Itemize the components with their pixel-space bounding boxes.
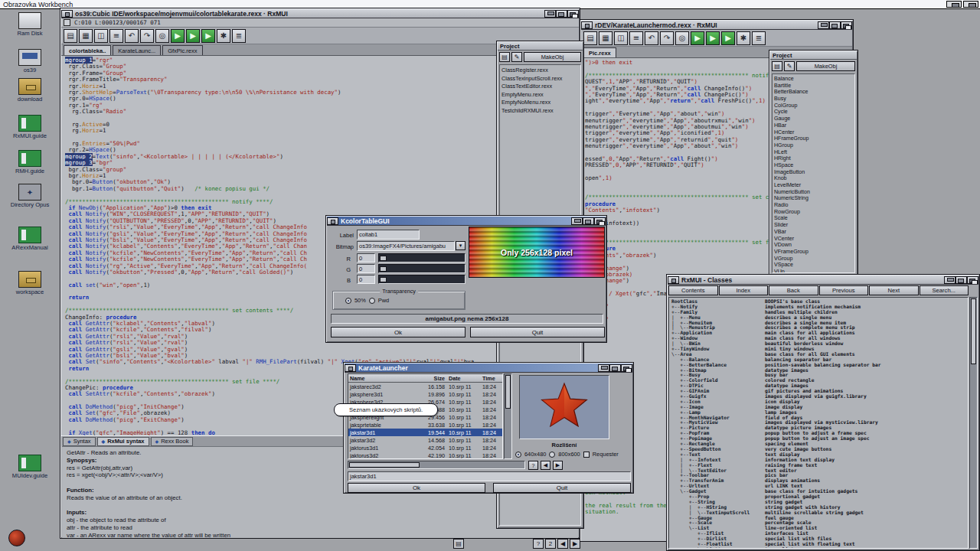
scroll-left-button[interactable]: ◀ <box>541 461 550 470</box>
project-class-item[interactable]: Bartitle <box>774 83 853 90</box>
ok-button[interactable]: Ok <box>331 327 466 337</box>
desktop-icon-workspace[interactable]: workspace <box>0 271 60 295</box>
list-icon[interactable]: ≣ <box>752 31 766 45</box>
blue-slider[interactable] <box>378 275 466 284</box>
project-class-item[interactable]: LevelMeter <box>774 182 853 189</box>
project-class-item[interactable]: Radio <box>774 202 853 209</box>
run-project-icon[interactable]: ▶ <box>706 31 720 45</box>
help-tab[interactable]: ◆Rexx Book <box>151 437 194 446</box>
radio-50[interactable] <box>345 298 351 304</box>
radio-pwd[interactable] <box>369 298 375 304</box>
nav-button-index[interactable]: Index <box>719 285 769 295</box>
desktop-icon-ram-disk[interactable]: Ram Disk <box>0 12 60 37</box>
file-tab[interactable]: KarateLaunc... <box>113 45 161 55</box>
project-class-item[interactable]: BetterBalance <box>774 89 853 96</box>
depth-gadget[interactable] <box>621 364 632 372</box>
close-gadget[interactable] <box>345 364 356 372</box>
class-tree-item[interactable]: | \--BWinbeautiful borderless window <box>671 341 968 347</box>
save-file-icon[interactable]: ◫ <box>614 31 628 45</box>
project-class-item[interactable]: HRight <box>774 155 853 162</box>
window-titlebar[interactable]: KarateLauncher <box>345 364 632 373</box>
slider-knob[interactable] <box>380 256 387 261</box>
print-icon[interactable]: ≡ <box>629 31 643 45</box>
class-tree-item[interactable]: +--Scalepercentage scale <box>671 520 968 526</box>
nav-button-contents[interactable]: Contents <box>668 285 718 295</box>
column-header-date[interactable]: Date <box>445 375 480 382</box>
script-file-list[interactable]: NameSizeDateTimejakstarec3d216.15810.srp… <box>348 373 503 459</box>
project-class-item[interactable]: VUp <box>774 269 853 273</box>
file-tab[interactable]: colortableka.. <box>64 45 111 55</box>
class-tree-item[interactable]: +--Propproportional gadget <box>671 494 968 500</box>
close-gadget[interactable] <box>668 276 679 284</box>
project-file-item[interactable]: ClassRegister.rexx <box>501 67 579 75</box>
run-icon[interactable]: ▶ <box>171 29 185 43</box>
project-class-item[interactable]: VDown <box>774 242 853 249</box>
next-page-icon[interactable]: ▶ <box>570 539 580 549</box>
class-tree-item[interactable]: | \--TextinputScrollmultiline scrollable… <box>671 510 968 516</box>
resolution-radio-640x480[interactable] <box>515 452 521 458</box>
desktop-icon-muidev-guide[interactable]: MUIdev.guide <box>0 455 60 479</box>
project-class-item[interactable]: Cycle <box>774 109 853 116</box>
run-tool-icon[interactable]: ▶ <box>721 31 735 45</box>
project-file-item[interactable]: EmptyMenu.rexx <box>501 91 579 99</box>
page-indicator[interactable]: 2 <box>545 539 556 549</box>
class-name[interactable]: TextinputScroll <box>707 510 750 515</box>
zoom-gadget[interactable] <box>583 217 594 225</box>
help-icon[interactable]: ? <box>533 539 544 549</box>
fold-gadget[interactable] <box>64 19 70 26</box>
project-class-item[interactable]: Scale <box>774 215 853 222</box>
slider-knob[interactable] <box>380 266 387 272</box>
bitmap-input[interactable]: os39:ImageFX4/Pictures/amigabu <box>357 241 455 251</box>
save-file-icon[interactable]: ◫ <box>94 29 108 43</box>
list-vertical-scrollbar[interactable] <box>504 373 512 459</box>
red-slider[interactable] <box>378 253 466 262</box>
class-tree-item[interactable]: +--Colorfieldcolored rectangle <box>671 378 968 383</box>
depth-gadget[interactable] <box>567 10 579 18</box>
nav-button-search[interactable]: Search... <box>920 285 969 295</box>
project-class-list[interactable]: BalanceBartitleBetterBalanceBusyColGroup… <box>772 73 855 273</box>
column-header-name[interactable]: Name <box>348 375 414 382</box>
class-tree-item[interactable]: +--SpeedButtonvery cute image buttons <box>671 447 968 452</box>
help-button[interactable]: ? <box>528 461 538 470</box>
requester-checkbox[interactable] <box>583 452 590 458</box>
nav-button-next[interactable]: Next <box>869 285 919 295</box>
project-class-item[interactable]: HFrameGroup <box>774 135 853 142</box>
iconify-gadget[interactable] <box>598 364 609 372</box>
iconify-gadget[interactable] <box>944 276 956 284</box>
project-class-item[interactable]: Slider <box>774 222 853 229</box>
blue-input[interactable]: 0 <box>357 275 375 284</box>
project-class-item[interactable]: HGroup <box>774 142 853 149</box>
green-slider[interactable] <box>378 264 466 273</box>
project-class-item[interactable]: HSpace <box>774 162 853 169</box>
nav-button-back[interactable]: Back <box>769 285 818 295</box>
zoom-gadget[interactable] <box>956 276 967 284</box>
selected-script-input[interactable]: jakstar3d1 <box>348 471 631 481</box>
list-horizontal-scrollbar[interactable] <box>348 461 525 469</box>
project-class-item[interactable]: HBar <box>774 122 853 129</box>
panel-title[interactable]: Project <box>498 42 583 51</box>
desktop-icon-rxmui-guide[interactable]: RxMUI.guide <box>0 115 60 139</box>
project-file-item[interactable]: ClassTexinputScroll.rexx <box>501 75 579 83</box>
class-tree-item[interactable]: | +--Infotextinformation text display <box>671 458 968 463</box>
run-tool-icon[interactable]: ▶ <box>201 29 215 43</box>
print-icon[interactable]: ≡ <box>109 29 123 43</box>
window-titlebar[interactable]: rDEV/KarateLaunchermod.rexx · RxMUI <box>581 21 852 30</box>
run-project-icon[interactable]: ▶ <box>186 29 200 43</box>
nav-button-previous[interactable]: Previous <box>819 285 869 295</box>
tools-icon[interactable]: ✱ <box>217 29 230 43</box>
search-icon[interactable]: ◎ <box>675 31 689 45</box>
project-class-item[interactable]: VGroup <box>774 256 853 262</box>
class-tree-item[interactable]: +--Iconicon display <box>671 399 968 405</box>
project-add-icon[interactable]: ▤ <box>772 61 782 71</box>
undo-icon[interactable]: ↶ <box>645 31 658 45</box>
quit-button[interactable]: Quit <box>493 483 631 493</box>
project-class-item[interactable]: NumericString <box>774 195 853 202</box>
project-class-item[interactable]: HLeft <box>774 149 853 156</box>
scroll-right-button[interactable]: ▶ <box>553 461 563 470</box>
file-row[interactable]: jaksphere3d119.89610.srp 1118:24 <box>348 390 502 398</box>
project-class-item[interactable]: NumericButton <box>774 189 853 196</box>
undo-icon[interactable]: ↶ <box>125 29 139 43</box>
class-name[interactable]: Listtree <box>707 546 730 549</box>
panel-title[interactable]: Project <box>770 51 857 60</box>
green-input[interactable]: 0 <box>357 264 375 273</box>
